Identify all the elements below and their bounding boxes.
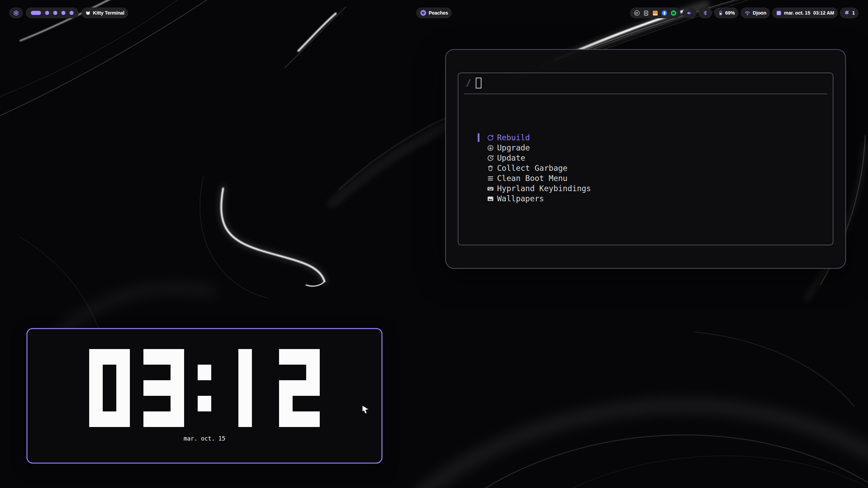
notification-count: 1 [852, 10, 855, 16]
workspace-dot[interactable] [61, 11, 65, 15]
menu-item-label: Wallpapers [497, 194, 544, 203]
orange-app-tray-icon[interactable] [652, 10, 658, 16]
menu-item[interactable]: Hyprland Keybindings [478, 183, 591, 194]
system-tray-pill: K [630, 7, 680, 18]
clock-digits [89, 349, 320, 427]
rebuild-refresh-icon [487, 134, 494, 141]
clock-date: mar. oct. 15 [27, 435, 381, 442]
launcher-menu: Rebuild Upgrade Update Collect Garbage C… [478, 133, 591, 204]
menu-item-label: Rebuild [497, 133, 530, 142]
disc-tray-icon[interactable] [634, 10, 640, 16]
bluetooth-icon [702, 10, 708, 16]
menu-item[interactable]: Rebuild [478, 133, 591, 143]
nixos-menu-pill[interactable] [9, 7, 23, 18]
speaker-icon [686, 10, 693, 16]
notifications-pill[interactable]: 1 [840, 7, 859, 18]
clock-widget: mar. oct. 15 [26, 328, 382, 464]
selection-bar [478, 174, 479, 183]
update-clock-icon [487, 154, 494, 162]
calendar-icon [776, 10, 782, 16]
selection-bar [478, 194, 479, 203]
menu-item[interactable]: Upgrade [478, 143, 591, 153]
clock-digit [225, 349, 265, 427]
cat-icon [85, 10, 91, 16]
bar-left-group: Kitty Terminal [9, 7, 128, 18]
workspace-active-indicator[interactable] [31, 11, 41, 15]
bar-right-group: K [630, 7, 859, 18]
spotify-icon [420, 9, 427, 16]
spotify-tray-icon[interactable] [670, 10, 677, 16]
keyboard-icon [487, 185, 494, 192]
menu-item[interactable]: Wallpapers [478, 194, 591, 204]
workspace-dot[interactable] [70, 11, 74, 15]
workspaces-pill [26, 7, 79, 18]
menu-item[interactable]: Clean Boot Menu [478, 173, 591, 183]
menu-item[interactable]: Collect Garbage [478, 163, 591, 173]
battery-pill[interactable]: 69% [714, 7, 738, 18]
nixos-logo-icon [13, 10, 19, 16]
mouse-cursor [362, 405, 370, 414]
workspace-dot[interactable] [53, 11, 57, 15]
selection-bar [478, 184, 479, 193]
search-prompt: / [466, 78, 471, 88]
wifi-icon [744, 10, 751, 16]
selection-bar [478, 154, 479, 162]
workspace-dot[interactable] [45, 11, 49, 15]
desktop: Kitty Terminal Peaches K [0, 0, 868, 488]
clock-digit [89, 349, 130, 427]
workspace-indicators [29, 11, 75, 15]
bluetooth-pill[interactable] [698, 7, 712, 18]
text-cursor [476, 78, 481, 88]
selection-bar [478, 133, 479, 142]
wifi-ssid: Djoon [753, 10, 766, 16]
bell-icon [844, 10, 850, 16]
list-icon [487, 175, 494, 182]
clock-digit [279, 349, 320, 427]
clock-colon [198, 349, 211, 427]
battery-percent: 69% [725, 10, 735, 16]
active-window-pill[interactable]: Kitty Terminal [81, 7, 128, 18]
selection-bar [478, 143, 479, 152]
search-input[interactable]: / [466, 78, 481, 88]
menu-item-label: Clean Boot Menu [497, 174, 568, 183]
trash-icon [487, 164, 494, 172]
battery-icon [718, 10, 723, 16]
selection-bar [478, 164, 479, 172]
launcher-panel: / Rebuild Upgrade Update Collect Garbage… [445, 49, 846, 269]
image-icon [487, 195, 494, 202]
menu-item-label: Update [497, 154, 525, 162]
launcher-inner-box: / Rebuild Upgrade Update Collect Garbage… [458, 73, 833, 245]
bar-date: mar. oct. 15 [784, 10, 810, 16]
volume-pill[interactable] [683, 7, 696, 18]
search-separator [464, 94, 827, 94]
bluetooth-tray-icon[interactable] [661, 10, 668, 16]
clock-digit [143, 349, 184, 427]
media-title: Peaches [429, 10, 448, 16]
menu-item-label: Upgrade [497, 143, 530, 152]
active-window-title: Kitty Terminal [93, 10, 124, 16]
bar-time: 03:12 AM [813, 10, 834, 16]
status-bar: Kitty Terminal Peaches K [0, 0, 868, 29]
menu-item-label: Collect Garbage [497, 164, 568, 172]
menu-item-label: Hyprland Keybindings [497, 184, 591, 193]
network-pill[interactable]: Djoon [741, 7, 770, 18]
menu-item[interactable]: Update [478, 153, 591, 163]
upgrade-circle-down-icon [487, 144, 494, 151]
datetime-pill[interactable]: mar. oct. 15 03:12 AM [772, 7, 838, 18]
square-k-tray-icon[interactable]: K [643, 10, 649, 16]
media-pill[interactable]: Peaches [416, 7, 452, 18]
